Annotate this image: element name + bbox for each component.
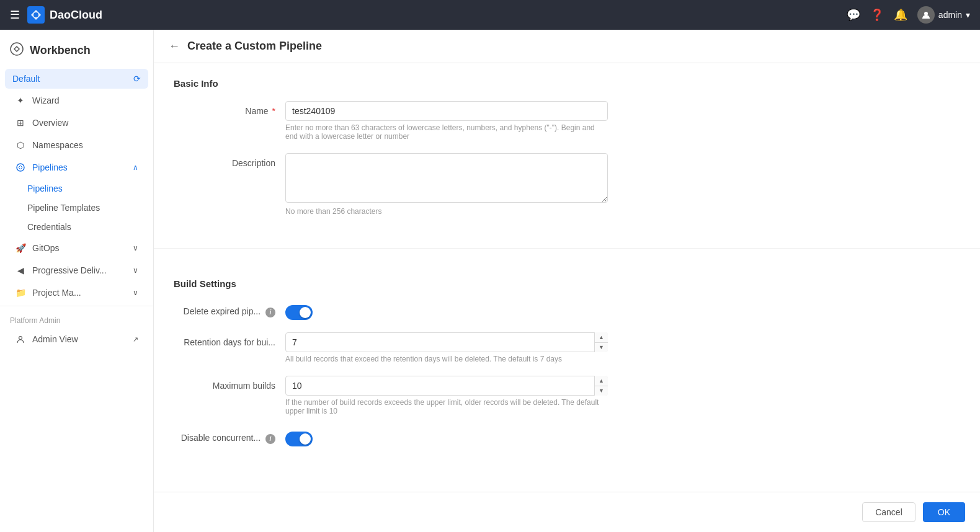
- svg-point-3: [11, 43, 23, 55]
- sidebar-item-progressive-delivery[interactable]: ◀ Progressive Deliv... ∨: [5, 260, 148, 281]
- name-required: *: [272, 106, 275, 116]
- sidebar-item-project-label: Project Ma...: [32, 288, 81, 298]
- sidebar-item-overview[interactable]: ⊞ Overview: [5, 112, 148, 133]
- maximum-builds-input[interactable]: [285, 376, 608, 396]
- sidebar-header: Workbench: [0, 30, 153, 69]
- retention-days-decrement[interactable]: ▼: [595, 343, 608, 353]
- sidebar-sub-credentials-label: Credentials: [27, 222, 71, 232]
- ok-button[interactable]: OK: [923, 502, 965, 522]
- delete-expired-field: [285, 301, 608, 320]
- cancel-button[interactable]: Cancel: [862, 502, 915, 522]
- build-settings-section: Build Settings Delete expired pip... i: [154, 264, 980, 474]
- nav-left: ☰ DaoCloud: [10, 6, 102, 24]
- disable-concurrent-field: [285, 428, 608, 446]
- name-field: Enter no more than 63 characters of lowe…: [285, 101, 608, 141]
- sidebar-item-pipelines-label: Pipelines: [32, 162, 68, 172]
- daocloud-logo-icon: [27, 6, 45, 24]
- description-label: Description: [174, 153, 285, 168]
- sidebar-item-overview-label: Overview: [32, 118, 68, 128]
- delete-expired-help-icon[interactable]: i: [265, 308, 275, 317]
- sidebar-item-pipelines[interactable]: Pipelines ∧: [5, 157, 148, 178]
- basic-info-section: Basic Info Name * Enter no more than 63 …: [154, 63, 980, 243]
- maximum-builds-hint: If the number of build records exceeds t…: [285, 398, 608, 415]
- name-row: Name * Enter no more than 63 characters …: [174, 101, 960, 141]
- disable-concurrent-toggle[interactable]: [285, 432, 313, 446]
- refresh-icon[interactable]: ⟳: [133, 74, 141, 84]
- overview-icon: ⊞: [15, 117, 26, 128]
- form-area: Basic Info Name * Enter no more than 63 …: [154, 63, 980, 492]
- help-icon[interactable]: ❓: [870, 8, 884, 22]
- maximum-builds-field: ▲ ▼ If the number of build records excee…: [285, 376, 608, 415]
- project-icon: 📁: [15, 287, 26, 298]
- sidebar-item-wizard[interactable]: ✦ Wizard: [5, 90, 148, 111]
- maximum-builds-spinners: ▲ ▼: [594, 376, 608, 396]
- delete-expired-toggle[interactable]: [285, 305, 313, 320]
- description-input[interactable]: [285, 153, 608, 203]
- progressive-chevron-icon: ∨: [133, 266, 138, 275]
- wizard-icon: ✦: [15, 95, 26, 106]
- name-hint: Enter no more than 63 characters of lowe…: [285, 123, 608, 141]
- sidebar-item-admin-view-label: Admin View: [32, 334, 78, 344]
- sidebar-sub-pipeline-templates-label: Pipeline Templates: [27, 203, 100, 213]
- disable-concurrent-help-icon[interactable]: i: [265, 434, 275, 444]
- retention-days-input-wrap: ▲ ▼: [285, 332, 608, 352]
- user-menu[interactable]: admin ▾: [917, 6, 970, 24]
- maximum-builds-input-wrap: ▲ ▼: [285, 376, 608, 396]
- svg-point-1: [33, 12, 38, 17]
- maximum-builds-decrement[interactable]: ▼: [595, 386, 608, 396]
- top-navigation: ☰ DaoCloud 💬 ❓ 🔔 admin ▾: [0, 0, 980, 30]
- sidebar-item-credentials[interactable]: Credentials: [5, 218, 148, 236]
- sidebar-item-pipeline-templates[interactable]: Pipeline Templates: [5, 198, 148, 217]
- sidebar-default-label: Default: [12, 74, 40, 84]
- sidebar-default-section[interactable]: Default ⟳: [5, 69, 148, 89]
- name-label: Name *: [174, 101, 285, 116]
- app-layout: Workbench Default ⟳ ✦ Wizard ⊞ Overview …: [0, 30, 980, 532]
- sidebar-item-pipelines-sub[interactable]: Pipelines: [5, 179, 148, 198]
- sidebar-item-gitops[interactable]: 🚀 GitOps ∨: [5, 237, 148, 259]
- retention-days-increment[interactable]: ▲: [595, 332, 608, 343]
- svg-point-4: [17, 164, 24, 171]
- retention-days-label: Retention days for bui...: [174, 332, 285, 347]
- description-field: No more than 256 characters: [285, 153, 608, 216]
- chat-icon[interactable]: 💬: [847, 8, 860, 22]
- gitops-chevron-icon: ∨: [133, 244, 138, 252]
- sidebar-workbench-label: Workbench: [30, 44, 91, 57]
- section-divider: [154, 248, 980, 249]
- description-hint: No more than 256 characters: [285, 207, 608, 216]
- delete-expired-toggle-wrapper: [285, 301, 608, 320]
- disable-concurrent-label: Disable concurrent... i: [174, 428, 285, 444]
- pipelines-icon: [15, 162, 26, 173]
- build-settings-title: Build Settings: [174, 278, 960, 289]
- hamburger-icon[interactable]: ☰: [10, 8, 20, 22]
- external-link-icon: ↗: [133, 335, 138, 344]
- platform-admin-label: Platform Admin: [0, 309, 153, 327]
- sidebar-item-progressive-label: Progressive Deliv...: [32, 265, 107, 275]
- delete-expired-label: Delete expired pip... i: [174, 301, 285, 317]
- avatar: [917, 6, 935, 24]
- sidebar-item-admin-view[interactable]: Admin View ↗: [5, 329, 148, 350]
- maximum-builds-label: Maximum builds: [174, 376, 285, 391]
- workbench-icon: [10, 42, 24, 59]
- description-row: Description No more than 256 characters: [174, 153, 960, 216]
- retention-days-row: Retention days for bui... ▲ ▼ All build …: [174, 332, 960, 363]
- sidebar-item-namespaces[interactable]: ⬡ Namespaces: [5, 135, 148, 156]
- retention-days-hint: All build records that exceed the retent…: [285, 355, 608, 363]
- sidebar-item-project-ma[interactable]: 📁 Project Ma... ∨: [5, 282, 148, 303]
- sidebar-item-gitops-label: GitOps: [32, 243, 60, 253]
- nav-right: 💬 ❓ 🔔 admin ▾: [847, 6, 970, 24]
- back-button[interactable]: ←: [169, 40, 180, 53]
- bell-icon[interactable]: 🔔: [894, 8, 907, 22]
- retention-days-input[interactable]: [285, 332, 608, 352]
- admin-view-icon: [15, 334, 26, 345]
- logo-area: DaoCloud: [27, 6, 102, 24]
- user-chevron-icon: ▾: [966, 10, 970, 20]
- concurrent-toggle-thumb: [300, 433, 311, 445]
- main-content: ← Create a Custom Pipeline Basic Info Na…: [154, 30, 980, 532]
- sidebar: Workbench Default ⟳ ✦ Wizard ⊞ Overview …: [0, 30, 154, 532]
- name-input[interactable]: [285, 101, 608, 121]
- maximum-builds-increment[interactable]: ▲: [595, 376, 608, 386]
- retention-days-field: ▲ ▼ All build records that exceed the re…: [285, 332, 608, 363]
- disable-concurrent-row: Disable concurrent... i: [174, 428, 960, 446]
- sidebar-sub-pipelines-label: Pipelines: [27, 184, 63, 193]
- sidebar-item-wizard-label: Wizard: [32, 95, 60, 105]
